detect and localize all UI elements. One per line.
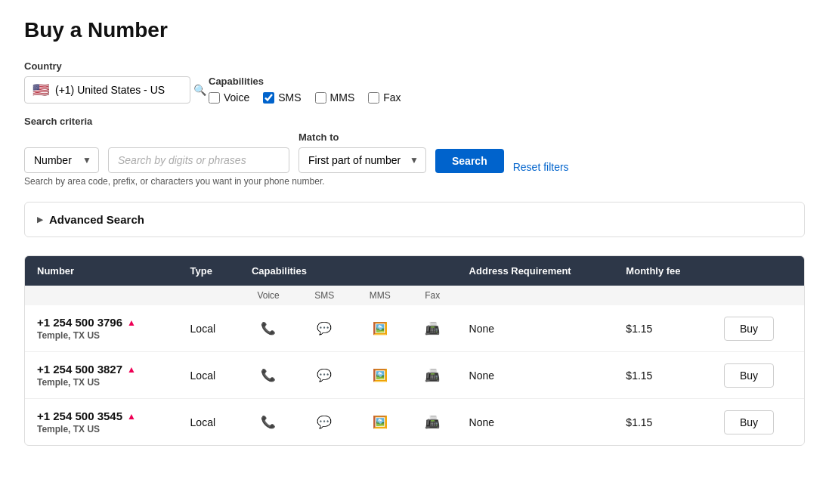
cell-buy-0: Buy xyxy=(712,305,804,352)
cap-voice[interactable]: Voice xyxy=(209,91,249,104)
col-capabilities: Capabilities xyxy=(240,256,457,286)
numbers-table: Number Type Capabilities Address Require… xyxy=(25,256,804,445)
flag-icon: 🇺🇸 xyxy=(32,82,49,98)
cap-sms-label: SMS xyxy=(278,91,301,104)
table-row: +1 254 500 3545 ▲ Temple, TX US Local 📞 … xyxy=(25,399,804,446)
subh-number xyxy=(25,286,178,305)
col-fee: Monthly fee xyxy=(614,256,712,286)
country-input[interactable] xyxy=(55,84,187,96)
cap-fax-checkbox[interactable] xyxy=(368,92,379,104)
cell-sms-1: 💬 xyxy=(297,352,351,399)
buy-button-1[interactable]: Buy xyxy=(724,363,774,388)
cell-sms-0: 💬 xyxy=(297,305,351,352)
capabilities-label: Capabilities xyxy=(209,76,401,87)
search-criteria-label: Search criteria xyxy=(24,116,805,127)
subh-type xyxy=(178,286,240,305)
cell-buy-2: Buy xyxy=(712,399,804,446)
cell-number-2: +1 254 500 3545 ▲ Temple, TX US xyxy=(25,399,178,446)
cell-address-1: None xyxy=(457,352,614,399)
capabilities-checkboxes: Voice SMS MMS Fax xyxy=(209,91,401,104)
cap-voice-label: Voice xyxy=(224,91,249,104)
country-input-wrapper[interactable]: 🇺🇸 🔍 xyxy=(24,76,190,104)
cell-mms-1: 🖼️ xyxy=(351,352,408,399)
cell-fee-0: $1.15 xyxy=(614,305,712,352)
advanced-search-toggle[interactable]: ▶ Advanced Search xyxy=(25,203,804,237)
buy-button-0[interactable]: Buy xyxy=(724,317,774,341)
advanced-search-section: ▶ Advanced Search xyxy=(24,202,805,237)
advanced-search-label: Advanced Search xyxy=(49,213,144,226)
table-body: +1 254 500 3796 ▲ Temple, TX US Local 📞 … xyxy=(25,305,804,445)
location-0: Temple, TX US xyxy=(37,330,166,341)
subh-fax: Fax xyxy=(408,286,457,305)
cell-number-0: +1 254 500 3796 ▲ Temple, TX US xyxy=(25,305,178,352)
cap-fax[interactable]: Fax xyxy=(368,91,401,104)
subh-voice: Voice xyxy=(240,286,297,305)
cell-sms-2: 💬 xyxy=(297,399,351,446)
cell-buy-1: Buy xyxy=(712,352,804,399)
col-action xyxy=(712,256,804,286)
cell-voice-0: 📞 xyxy=(240,305,297,352)
col-number: Number xyxy=(25,256,178,286)
search-hint-text: Search by area code, prefix, or characte… xyxy=(24,176,805,187)
search-type-select[interactable]: Number Location xyxy=(24,147,99,173)
cell-type-2: Local xyxy=(178,399,240,446)
cap-mms[interactable]: MMS xyxy=(315,91,355,104)
table-subheader-row: Voice SMS MMS Fax xyxy=(25,286,804,305)
trend-icon-0: ▲ xyxy=(127,317,136,328)
phone-number-0: +1 254 500 3796 ▲ xyxy=(37,316,166,329)
cell-number-1: +1 254 500 3827 ▲ Temple, TX US xyxy=(25,352,178,399)
country-field-group: Country 🇺🇸 🔍 xyxy=(24,60,190,104)
numbers-table-container: Number Type Capabilities Address Require… xyxy=(24,255,805,446)
cell-fax-2: 📠 xyxy=(408,399,457,446)
cap-sms-checkbox[interactable] xyxy=(263,92,274,104)
cell-address-2: None xyxy=(457,399,614,446)
match-to-select-wrapper[interactable]: First part of number Any part of number … xyxy=(299,147,426,173)
search-button[interactable]: Search xyxy=(435,149,504,173)
country-label: Country xyxy=(24,60,190,72)
cap-voice-checkbox[interactable] xyxy=(209,92,220,104)
buy-button-2[interactable]: Buy xyxy=(724,410,774,434)
cell-mms-0: 🖼️ xyxy=(351,305,408,352)
cap-sms[interactable]: SMS xyxy=(263,91,301,104)
trend-icon-1: ▲ xyxy=(127,364,136,375)
trend-icon-2: ▲ xyxy=(127,411,136,422)
cell-fax-1: 📠 xyxy=(408,352,457,399)
phone-number-1: +1 254 500 3827 ▲ xyxy=(37,363,166,376)
cell-type-0: Local xyxy=(178,305,240,352)
table-row: +1 254 500 3796 ▲ Temple, TX US Local 📞 … xyxy=(25,305,804,352)
page-title: Buy a Number xyxy=(24,18,805,42)
capabilities-group: Capabilities Voice SMS MMS Fax xyxy=(209,76,401,104)
search-criteria-row: Number Location ▼ Match to First part of… xyxy=(24,131,805,173)
cell-fee-2: $1.15 xyxy=(614,399,712,446)
country-search-icon[interactable]: 🔍 xyxy=(193,84,206,96)
table-row: +1 254 500 3827 ▲ Temple, TX US Local 📞 … xyxy=(25,352,804,399)
location-2: Temple, TX US xyxy=(37,424,166,434)
table-header-row: Number Type Capabilities Address Require… xyxy=(25,256,804,286)
cell-voice-1: 📞 xyxy=(240,352,297,399)
subh-action xyxy=(712,286,804,305)
cell-fax-0: 📠 xyxy=(408,305,457,352)
phone-number-2: +1 254 500 3545 ▲ xyxy=(37,410,166,422)
match-to-label: Match to xyxy=(299,131,426,143)
reset-filters-button[interactable]: Reset filters xyxy=(513,161,569,173)
search-type-select-wrapper[interactable]: Number Location ▼ xyxy=(24,147,99,173)
match-to-group: Match to First part of number Any part o… xyxy=(299,131,426,173)
search-text-input[interactable] xyxy=(108,147,289,173)
cell-fee-1: $1.15 xyxy=(614,352,712,399)
location-1: Temple, TX US xyxy=(37,377,166,388)
cap-fax-label: Fax xyxy=(383,91,401,104)
match-to-select[interactable]: First part of number Any part of number … xyxy=(299,147,426,173)
cap-mms-label: MMS xyxy=(330,91,355,104)
subh-address xyxy=(457,286,614,305)
cell-type-1: Local xyxy=(178,352,240,399)
col-address: Address Requirement xyxy=(457,256,614,286)
cell-mms-2: 🖼️ xyxy=(351,399,408,446)
subh-mms: MMS xyxy=(351,286,408,305)
cell-voice-2: 📞 xyxy=(240,399,297,446)
col-type: Type xyxy=(178,256,240,286)
subh-sms: SMS xyxy=(297,286,351,305)
cap-mms-checkbox[interactable] xyxy=(315,92,326,104)
search-criteria-group: Search criteria xyxy=(24,116,805,127)
cell-address-0: None xyxy=(457,305,614,352)
advanced-search-triangle-icon: ▶ xyxy=(37,215,43,224)
